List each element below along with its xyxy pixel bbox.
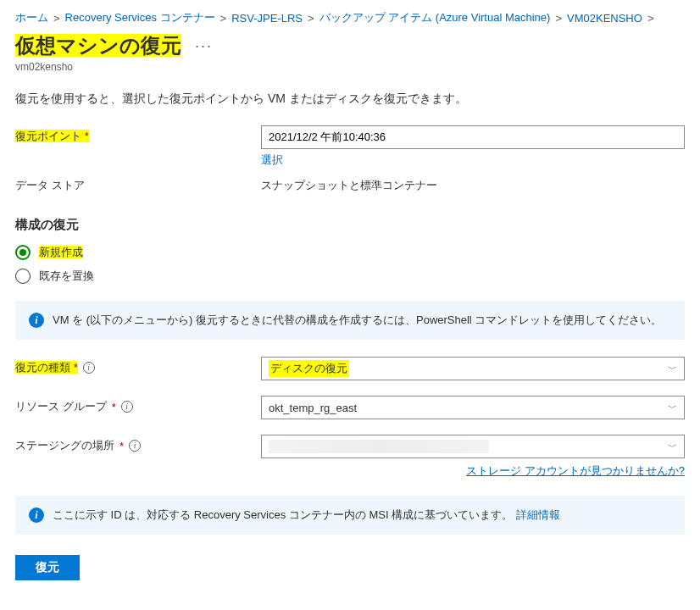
info-msi-text: ここに示す ID は、対応する Recovery Services コンテナー内… (53, 507, 560, 523)
radio-icon (15, 245, 31, 260)
restore-point-label: 復元ポイント * (15, 129, 89, 144)
radio-icon (15, 269, 31, 284)
restore-button[interactable]: 復元 (15, 555, 80, 580)
data-store-value: スナップショットと標準コンテナー (261, 175, 685, 193)
staging-select[interactable]: ﹀ (261, 435, 685, 458)
resource-group-select[interactable]: okt_temp_rg_east ﹀ (261, 396, 685, 419)
chevron-right-icon: > (220, 12, 227, 25)
details-link[interactable]: 詳細情報 (516, 508, 560, 521)
restore-type-select[interactable]: ディスクの復元 ﹀ (261, 357, 685, 380)
more-actions-button[interactable]: ··· (192, 37, 216, 55)
chevron-down-icon: ﹀ (668, 441, 677, 453)
radio-option-new[interactable]: 新規作成 (15, 245, 685, 260)
staging-label: ステージングの場所 (15, 438, 114, 453)
info-icon[interactable]: i (129, 440, 141, 452)
required-marker: * (112, 401, 116, 413)
page-title: 仮想マシンの復元 (15, 32, 181, 59)
data-store-label: データ ストア (15, 178, 85, 193)
resource-group-value: okt_temp_rg_east (269, 402, 357, 414)
breadcrumb-home[interactable]: ホーム (15, 10, 48, 25)
page-subtitle: vm02kensho (15, 61, 685, 73)
resource-group-label: リソース グループ (15, 399, 107, 414)
required-marker: * (119, 440, 124, 452)
chevron-right-icon: > (647, 12, 654, 25)
info-icon[interactable]: i (121, 401, 133, 413)
breadcrumb-vm-name[interactable]: VM02KENSHO (567, 12, 642, 25)
breadcrumb: ホーム > Recovery Services コンテナー > RSV-JPE-… (15, 10, 685, 25)
chevron-right-icon: > (555, 12, 562, 25)
radio-label-new: 新規作成 (39, 245, 83, 260)
breadcrumb-rsv-containers[interactable]: Recovery Services コンテナー (65, 10, 215, 25)
info-icon: i (29, 507, 44, 523)
info-box-powershell: i VM を (以下のメニューから) 復元するときに代替の構成を作成するには、P… (15, 301, 685, 340)
info-text: VM を (以下のメニューから) 復元するときに代替の構成を作成するには、Pow… (53, 313, 662, 328)
config-restore-header: 構成の復元 (15, 217, 685, 233)
info-icon[interactable]: i (83, 362, 95, 374)
radio-label-replace: 既存を置換 (39, 269, 94, 284)
chevron-right-icon: > (308, 12, 314, 25)
restore-type-value: ディスクの復元 (269, 360, 349, 377)
breadcrumb-backup-items[interactable]: バックアップ アイテム (Azure Virtual Machine) (319, 10, 551, 25)
chevron-right-icon: > (53, 12, 60, 25)
restore-point-input[interactable] (261, 125, 685, 149)
breadcrumb-rsv-name[interactable]: RSV-JPE-LRS (231, 12, 303, 25)
description-text: 復元を使用すると、選択した復元ポイントから VM またはディスクを復元できます。 (15, 92, 685, 107)
radio-option-replace[interactable]: 既存を置換 (15, 269, 685, 284)
chevron-down-icon: ﹀ (668, 363, 677, 375)
info-box-msi: i ここに示す ID は、対応する Recovery Services コンテナ… (15, 496, 685, 535)
info-icon: i (29, 313, 44, 328)
chevron-down-icon: ﹀ (668, 402, 677, 414)
storage-account-help-link[interactable]: ストレージ アカウントが見つかりませんか? (466, 464, 685, 477)
staging-value-masked (269, 440, 489, 453)
restore-type-label: 復元の種類 * (15, 360, 78, 375)
restore-point-select-link[interactable]: 選択 (261, 153, 283, 166)
